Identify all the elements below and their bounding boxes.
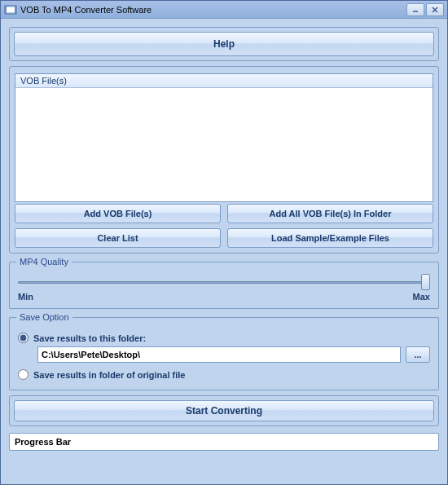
- app-icon: [4, 3, 17, 16]
- save-original-folder-label: Save results in folder of original file: [33, 370, 185, 380]
- progress-label: Progress Bar: [15, 437, 71, 447]
- vob-file-list[interactable]: VOB File(s): [15, 73, 433, 202]
- client-area: Help VOB File(s) Add VOB File(s) Add All…: [1, 19, 447, 484]
- save-to-folder-radio[interactable]: [18, 333, 29, 343]
- quality-min-label: Min: [18, 292, 33, 302]
- minimize-button[interactable]: [406, 3, 424, 16]
- files-panel: VOB File(s) Add VOB File(s) Add All VOB …: [9, 66, 439, 254]
- save-title: Save Option: [16, 312, 72, 322]
- save-option-group: Save Option Save results to this folder:…: [9, 317, 439, 390]
- slider-thumb[interactable]: [421, 274, 430, 290]
- quality-slider[interactable]: [18, 274, 430, 290]
- help-button[interactable]: Help: [14, 32, 434, 56]
- quality-max-label: Max: [413, 292, 430, 302]
- svg-rect-2: [5, 6, 7, 14]
- add-all-vob-folder-button[interactable]: Add All VOB File(s) In Folder: [227, 204, 433, 223]
- start-converting-button[interactable]: Start Converting: [14, 400, 434, 421]
- mp4-quality-group: MP4 Quality Min Max: [9, 262, 439, 309]
- main-window: VOB To MP4 Converter Software Help VOB F…: [0, 0, 448, 485]
- save-original-folder-radio[interactable]: [18, 369, 29, 380]
- titlebar: VOB To MP4 Converter Software: [1, 1, 447, 19]
- start-panel: Start Converting: [9, 395, 439, 426]
- close-button[interactable]: [426, 3, 444, 16]
- svg-rect-1: [7, 7, 15, 12]
- window-title: VOB To MP4 Converter Software: [20, 5, 405, 15]
- progress-bar: Progress Bar: [9, 433, 439, 451]
- clear-list-button[interactable]: Clear List: [15, 228, 221, 248]
- help-panel: Help: [9, 27, 439, 61]
- quality-title: MP4 Quality: [16, 257, 72, 267]
- load-sample-button[interactable]: Load Sample/Example Files: [227, 228, 433, 248]
- browse-button[interactable]: ...: [406, 346, 430, 363]
- svg-rect-3: [15, 6, 16, 14]
- save-path-input[interactable]: [37, 346, 401, 363]
- save-to-folder-label: Save results to this folder:: [33, 333, 146, 343]
- list-header: VOB File(s): [15, 74, 433, 88]
- add-vob-files-button[interactable]: Add VOB File(s): [15, 204, 221, 223]
- slider-track: [18, 281, 430, 284]
